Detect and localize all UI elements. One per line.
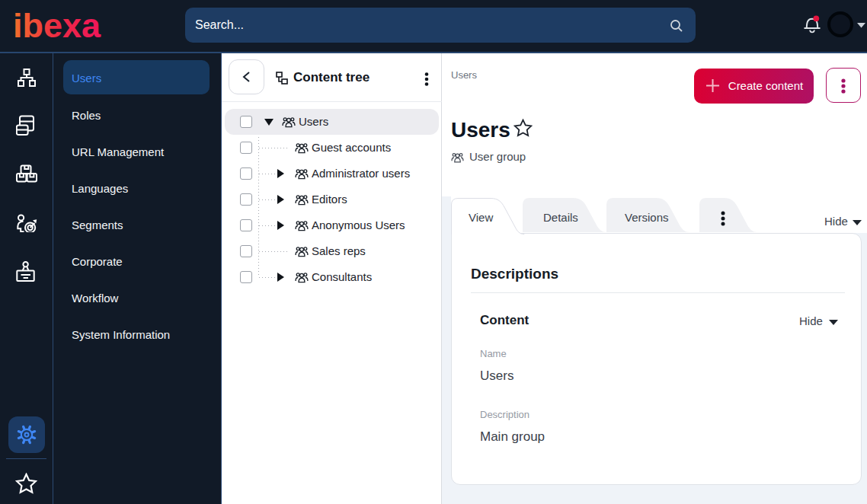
svg-text:ibexa: ibexa	[13, 8, 101, 42]
